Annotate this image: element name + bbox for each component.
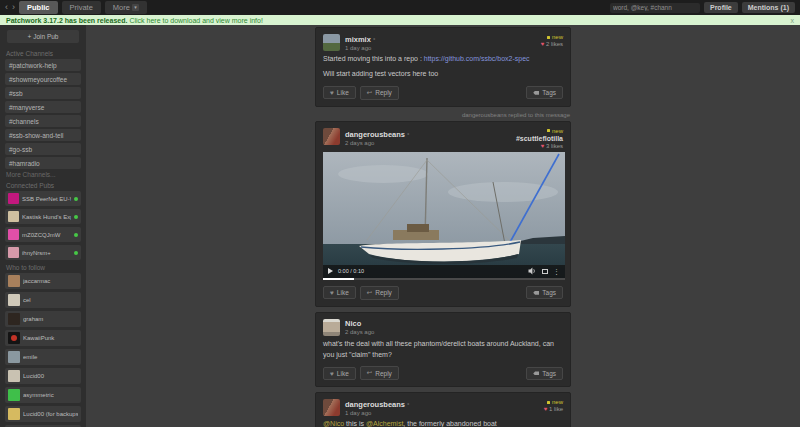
- like-button[interactable]: ♥Like: [323, 86, 356, 99]
- tags-button[interactable]: Tags: [526, 286, 563, 299]
- sidebar-channel[interactable]: #patchwork-help: [5, 59, 81, 71]
- video-menu-icon[interactable]: ⋮: [553, 268, 560, 275]
- author-link[interactable]: Nico: [345, 319, 374, 328]
- volume-icon[interactable]: [528, 267, 537, 275]
- author-link[interactable]: dangerousbeans °: [345, 400, 410, 409]
- user-row[interactable]: Lucid00: [5, 368, 81, 384]
- pub-row[interactable]: mZ0ZCQJmW: [5, 227, 81, 242]
- like-button[interactable]: ♥Like: [323, 286, 356, 299]
- online-dot: [74, 251, 78, 255]
- new-dot-icon: [547, 401, 550, 404]
- post-nico: Nico 2 days ago what's the deal with all…: [315, 312, 571, 388]
- tab-more[interactable]: More ▾: [105, 1, 147, 14]
- user-row[interactable]: Lucid00 (for backups): [5, 406, 81, 422]
- sidebar-channel[interactable]: #channels: [5, 115, 81, 127]
- avatar: [8, 332, 20, 344]
- tab-public[interactable]: Public: [19, 1, 58, 14]
- more-channels-link[interactable]: More Channels...: [6, 171, 80, 178]
- timestamp[interactable]: 1 day ago: [345, 410, 410, 416]
- fullscreen-icon[interactable]: [542, 269, 548, 274]
- avatar: [8, 211, 19, 222]
- post-dangerousbeans-reply: dangerousbeans ° 1 day ago new ♥ 1 like …: [315, 392, 571, 427]
- video-controls: 0:00 / 0:10 ⋮: [323, 265, 565, 278]
- reply-button[interactable]: ↩Reply: [360, 366, 399, 380]
- new-badge: new: [547, 399, 563, 405]
- timestamp[interactable]: 2 days ago: [345, 140, 410, 146]
- tags-button[interactable]: Tags: [526, 367, 563, 380]
- sidebar-channel[interactable]: #ssb: [5, 87, 81, 99]
- new-badge: new: [547, 128, 563, 134]
- user-name: Lucid00: [23, 373, 78, 379]
- pub-name: mZ0ZCQJmW: [22, 232, 71, 238]
- avatar[interactable]: [323, 319, 340, 336]
- active-channels-heading: Active Channels: [6, 50, 80, 57]
- avatar: [8, 313, 20, 325]
- mention-link[interactable]: @Alchemist: [366, 420, 403, 427]
- sidebar: + Join Pub Active Channels #patchwork-he…: [0, 25, 86, 427]
- user-name: Lucid00 (for backups): [23, 411, 78, 417]
- pub-row[interactable]: ihnyNrsm+: [5, 245, 81, 260]
- back-icon[interactable]: ‹: [5, 3, 8, 12]
- update-notification[interactable]: Patchwork 3.17.2 has been released. Clic…: [0, 15, 800, 25]
- like-button[interactable]: ♥Like: [323, 367, 356, 380]
- user-name: jaccarmac: [23, 278, 78, 284]
- play-icon[interactable]: [328, 268, 333, 274]
- reply-button[interactable]: ↩Reply: [360, 286, 399, 300]
- top-bar: ‹ › Public Private More ▾ Profile Mentio…: [0, 0, 800, 15]
- heart-icon: ♥: [541, 143, 545, 149]
- mentions-button[interactable]: Mentions (1): [742, 2, 795, 13]
- video-player[interactable]: 0:00 / 0:10 ⋮: [323, 152, 565, 280]
- user-row[interactable]: graham: [5, 311, 81, 327]
- user-name: emile: [23, 354, 78, 360]
- sidebar-channel[interactable]: #manyverse: [5, 101, 81, 113]
- user-row[interactable]: asymmetric: [5, 387, 81, 403]
- join-pub-button[interactable]: + Join Pub: [7, 30, 79, 43]
- user-row[interactable]: emile: [5, 349, 81, 365]
- avatar: [8, 408, 20, 420]
- mention-link[interactable]: @Nico: [323, 420, 344, 427]
- user-name: cel: [23, 297, 78, 303]
- pub-row[interactable]: SSB PeerNet EU-WEST: [5, 191, 81, 206]
- avatar: [8, 229, 19, 240]
- timestamp[interactable]: 1 day ago: [345, 45, 375, 51]
- user-row[interactable]: cel: [5, 292, 81, 308]
- sidebar-channel[interactable]: #hamradio: [5, 157, 81, 169]
- sidebar-channel[interactable]: #go-ssb: [5, 143, 81, 155]
- forward-icon[interactable]: ›: [12, 3, 15, 12]
- profile-button[interactable]: Profile: [704, 2, 738, 13]
- sidebar-channel[interactable]: #ssb-show-and-tell: [5, 129, 81, 141]
- likes-count: ♥ 1 like: [544, 406, 563, 412]
- user-row[interactable]: jaccarmac: [5, 273, 81, 289]
- tag-icon: [533, 371, 539, 375]
- repo-link[interactable]: https://github.com/ssbc/box2-spec: [424, 55, 530, 62]
- avatar[interactable]: [323, 399, 340, 416]
- online-dot: [74, 197, 78, 201]
- sidebar-channel[interactable]: #showmeyourcoffee: [5, 73, 81, 85]
- tab-more-label: More: [113, 3, 130, 12]
- video-progress-bar[interactable]: [323, 278, 565, 280]
- online-dot: [74, 233, 78, 237]
- avatar: [8, 247, 19, 258]
- reply-button[interactable]: ↩Reply: [360, 86, 399, 100]
- heart-icon: ♥: [541, 41, 545, 47]
- online-dot: [74, 215, 78, 219]
- search-input[interactable]: [610, 3, 700, 13]
- channel-link[interactable]: #scuttleflotilla: [516, 135, 563, 142]
- new-badge: new: [547, 34, 563, 40]
- timestamp[interactable]: 2 days ago: [345, 329, 374, 335]
- close-icon[interactable]: x: [791, 17, 795, 24]
- avatar[interactable]: [323, 128, 340, 145]
- author-link[interactable]: mixmix °: [345, 35, 375, 44]
- pub-row[interactable]: Kastisk Hund's Experim: [5, 209, 81, 224]
- author-link[interactable]: dangerousbeans °: [345, 130, 410, 139]
- connected-pubs-heading: Connected Pubs: [6, 182, 80, 189]
- avatar[interactable]: [323, 34, 340, 51]
- feed-column: mixmix ° 1 day ago new ♥ 2 likes Started…: [315, 27, 571, 427]
- author-badge-icon: °: [407, 132, 409, 138]
- user-row[interactable]: KawaiiPunk: [5, 330, 81, 346]
- main-feed-area: mixmix ° 1 day ago new ♥ 2 likes Started…: [86, 25, 800, 427]
- tab-private[interactable]: Private: [62, 1, 101, 14]
- tag-icon: [533, 291, 539, 295]
- tags-button[interactable]: Tags: [526, 86, 563, 99]
- heart-icon: ♥: [330, 370, 334, 377]
